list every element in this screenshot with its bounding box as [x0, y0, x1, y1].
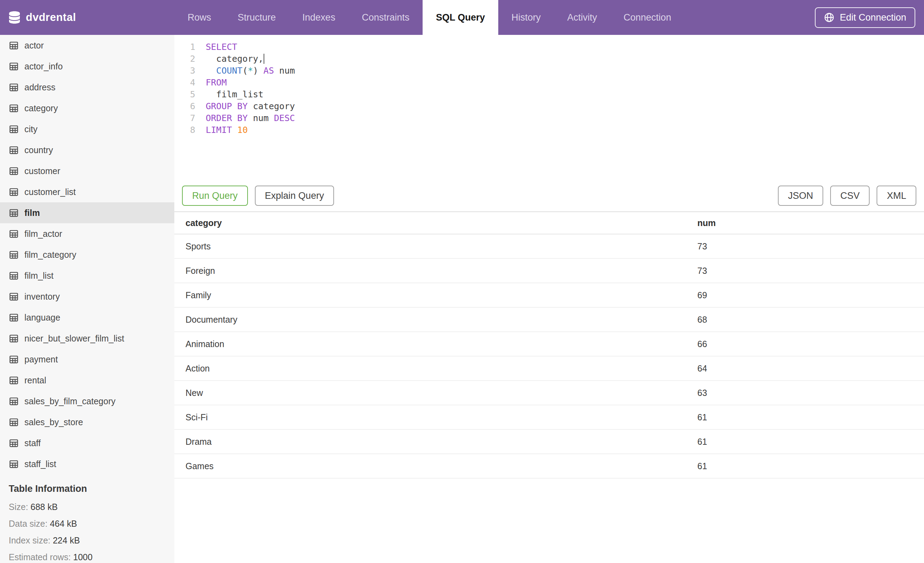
export-xml-button[interactable]: XML [877, 186, 916, 206]
cell-num: 66 [698, 339, 924, 349]
sidebar-item-film-list[interactable]: film_list [0, 265, 174, 286]
sidebar-item-sales-by-film-category[interactable]: sales_by_film_category [0, 391, 174, 411]
sidebar-item-label: film_actor [24, 229, 62, 239]
sidebar-item-label: country [24, 145, 53, 155]
sidebar-item-nicer-but-slower-film-list[interactable]: nicer_but_slower_film_list [0, 328, 174, 349]
sql-token: AS [264, 66, 274, 76]
tab-structure[interactable]: Structure [225, 0, 290, 35]
table-information-rows: Size: 688 kBData size: 464 kBIndex size:… [9, 498, 166, 563]
editor-line: 2 category, [174, 53, 924, 65]
sidebar-item-film[interactable]: film [0, 202, 174, 223]
sql-editor[interactable]: 1SELECT2 category,3 COUNT(*) AS num4FROM… [174, 35, 924, 180]
results-rows: Sports73Foreign73Family69Documentary68An… [174, 234, 924, 479]
sidebar-item-film-category[interactable]: film_category [0, 244, 174, 265]
cell-num: 73 [698, 242, 924, 252]
sidebar-item-inventory[interactable]: inventory [0, 286, 174, 307]
cell-category: Sports [174, 242, 698, 252]
cell-category: Games [174, 461, 698, 471]
cell-category: Foreign [174, 266, 698, 276]
code-text: LIMIT 10 [206, 125, 248, 135]
sidebar-item-label: staff [24, 438, 41, 448]
table-icon [9, 417, 19, 427]
sidebar-item-city[interactable]: city [0, 119, 174, 140]
sidebar-item-staff[interactable]: staff [0, 432, 174, 453]
query-actions-row: Run Query Explain Query JSON CSV XML [174, 186, 924, 206]
tab-activity[interactable]: Activity [554, 0, 610, 35]
sidebar-item-sales-by-store[interactable]: sales_by_store [0, 411, 174, 432]
table-row: New63 [174, 381, 924, 405]
tab-constraints[interactable]: Constraints [349, 0, 423, 35]
database-icon [9, 11, 20, 24]
sidebar-item-payment[interactable]: payment [0, 349, 174, 370]
edit-connection-button[interactable]: Edit Connection [815, 8, 915, 28]
sidebar-item-actor-info[interactable]: actor_info [0, 56, 174, 77]
column-header-category: category [174, 218, 698, 228]
sidebar-item-language[interactable]: language [0, 307, 174, 328]
table-icon [9, 166, 19, 176]
cell-num: 73 [698, 266, 924, 276]
tab-connection[interactable]: Connection [610, 0, 684, 35]
table-info-row: Size: 688 kB [9, 498, 166, 515]
sidebar: actor actor_info address category city c… [0, 35, 174, 563]
table-icon [9, 187, 19, 197]
sidebar-item-rental[interactable]: rental [0, 370, 174, 391]
sidebar-item-category[interactable]: category [0, 98, 174, 119]
table-row: Foreign73 [174, 259, 924, 283]
info-label: Index size: [9, 536, 52, 545]
code-text: category, [206, 54, 264, 64]
editor-line: 5 film_list [174, 88, 924, 100]
cell-num: 64 [698, 363, 924, 374]
table-row: Games61 [174, 454, 924, 479]
sidebar-item-address[interactable]: address [0, 77, 174, 98]
code-text: FROM [206, 77, 226, 87]
line-number: 2 [174, 54, 195, 64]
export-csv-button[interactable]: CSV [830, 186, 870, 206]
cell-category: Drama [174, 437, 698, 447]
sql-token: num [274, 66, 295, 76]
table-icon [9, 103, 19, 113]
sidebar-item-film-actor[interactable]: film_actor [0, 223, 174, 244]
info-label: Data size: [9, 519, 50, 528]
sql-token: film_list [206, 89, 264, 99]
tab-sql-query[interactable]: SQL Query [423, 0, 498, 35]
table-icon [9, 375, 19, 386]
content-area: actor actor_info address category city c… [0, 35, 924, 563]
results-table: category num Sports73Foreign73Family69Do… [174, 212, 924, 479]
tab-history[interactable]: History [498, 0, 554, 35]
sql-token: ) [253, 66, 264, 76]
table-list: actor actor_info address category city c… [0, 35, 174, 474]
sidebar-item-country[interactable]: country [0, 140, 174, 161]
line-number: 8 [174, 125, 195, 135]
sql-token: DESC [274, 113, 295, 123]
table-info-row: Data size: 464 kB [9, 515, 166, 532]
sql-token: LIMIT [206, 125, 232, 135]
sidebar-item-customer[interactable]: customer [0, 161, 174, 182]
sql-token [206, 66, 216, 76]
table-icon [9, 41, 19, 51]
sidebar-item-label: customer [24, 166, 60, 176]
table-icon [9, 396, 19, 406]
editor-line: 8LIMIT 10 [174, 124, 924, 136]
line-number: 3 [174, 66, 195, 76]
export-json-button[interactable]: JSON [778, 186, 823, 206]
cell-category: Animation [174, 339, 698, 349]
cell-num: 61 [698, 437, 924, 447]
cell-num: 68 [698, 315, 924, 325]
sidebar-item-label: film [24, 208, 40, 218]
nav-tabs: RowsStructureIndexesConstraintsSQL Query… [174, 0, 684, 35]
explain-query-button[interactable]: Explain Query [255, 186, 334, 206]
sidebar-item-label: language [24, 312, 60, 323]
sidebar-item-actor[interactable]: actor [0, 35, 174, 56]
column-header-num: num [698, 218, 924, 228]
table-row: Documentary68 [174, 308, 924, 332]
cell-num: 63 [698, 388, 924, 398]
run-query-button[interactable]: Run Query [182, 186, 248, 206]
editor-line: 4FROM [174, 77, 924, 88]
tab-indexes[interactable]: Indexes [289, 0, 349, 35]
sidebar-item-staff-list[interactable]: staff_list [0, 453, 174, 474]
sidebar-item-customer-list[interactable]: customer_list [0, 182, 174, 202]
tab-rows[interactable]: Rows [174, 0, 225, 35]
edit-connection-label: Edit Connection [840, 12, 906, 23]
text-cursor [264, 54, 264, 64]
table-icon [9, 354, 19, 365]
